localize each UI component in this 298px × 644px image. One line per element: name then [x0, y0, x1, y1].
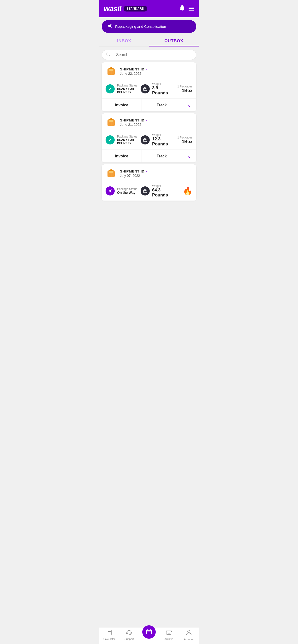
fire-icon: 🔥: [183, 187, 192, 195]
status-icon-2: ✓: [106, 135, 115, 144]
banner-text: Repackaging and Consolidation: [115, 24, 166, 28]
tab-outbox[interactable]: OUTBOX: [149, 36, 199, 46]
shipment-card-2: SHIPMENT ID - June 21, 2022 ✓ Package St…: [102, 113, 196, 162]
banner: Repackaging and Consolidation: [102, 20, 196, 33]
status-icon-3: [106, 186, 115, 196]
invoice-button-1[interactable]: Invoice: [102, 99, 142, 112]
nav-account[interactable]: Account: [182, 630, 196, 641]
svg-point-27: [109, 633, 109, 633]
svg-point-34: [129, 634, 129, 635]
app-logo: wasil: [104, 4, 121, 13]
track-button-2[interactable]: Track: [142, 150, 182, 162]
fire-icon-wrap: 🔥: [176, 186, 192, 196]
calculator-icon: [106, 630, 112, 637]
svg-point-28: [110, 633, 111, 633]
svg-point-42: [188, 630, 190, 632]
nav-support[interactable]: Support: [122, 630, 136, 640]
shipment-card-3: SHIPMENT ID - July 07, 2022 Package Stat…: [102, 164, 196, 201]
card-header-3: SHIPMENT ID - July 07, 2022: [102, 164, 196, 181]
invoice-button-2[interactable]: Invoice: [102, 150, 142, 162]
shipment-id-label-1: SHIPMENT ID -: [120, 67, 147, 71]
bell-icon[interactable]: [179, 4, 185, 13]
svg-rect-20: [109, 171, 113, 173]
tab-inbox[interactable]: INBOX: [99, 36, 149, 46]
svg-point-16: [145, 139, 145, 139]
box-icon: [146, 628, 152, 636]
shipment-id-label-2: SHIPMENT ID -: [120, 118, 147, 122]
card-info-2: SHIPMENT ID - June 21, 2022: [120, 118, 147, 126]
shipment-date-2: June 21, 2022: [120, 123, 147, 126]
nav-archive[interactable]: Archive: [162, 630, 176, 640]
tabs-container: INBOX OUTBOX: [99, 36, 199, 46]
plan-badge: STANDARD: [123, 6, 147, 12]
menu-icon[interactable]: [189, 7, 194, 10]
weight-icon-1: [140, 84, 150, 94]
nav-home[interactable]: [142, 630, 156, 640]
packages-1: 1 Packages 1Box: [176, 85, 192, 93]
svg-point-29: [108, 634, 108, 634]
person-icon: [186, 630, 192, 637]
svg-point-31: [110, 634, 111, 634]
nav-calculator-label: Calculator: [103, 638, 115, 640]
card-details-3: Package Status On the Way Weight 64.3 Po…: [102, 181, 196, 201]
svg-point-9: [145, 88, 145, 88]
track-button-1[interactable]: Track: [142, 99, 182, 112]
card-info-1: SHIPMENT ID - June 22, 2022: [120, 67, 147, 76]
nav-archive-label: Archive: [164, 638, 173, 640]
package-icon-1: [106, 66, 117, 77]
card-actions-2: Invoice Track ⌄: [102, 150, 196, 162]
search-input[interactable]: [116, 53, 192, 57]
card-header-1: SHIPMENT ID - June 22, 2022: [102, 62, 196, 79]
status-icon-1: ✓: [106, 84, 115, 94]
card-header-2: SHIPMENT ID - June 21, 2022: [102, 113, 196, 130]
svg-line-2: [109, 55, 110, 56]
weight-icon-3: [140, 186, 150, 196]
svg-marker-36: [146, 629, 152, 630]
weight-text-2: Weight 12.3 Pounds: [152, 133, 173, 146]
weight-text-1: Weight 3.9 Pounds: [152, 82, 173, 96]
svg-rect-13: [109, 120, 113, 122]
shipment-card-1: SHIPMENT ID - June 22, 2022 ✓ Package St…: [102, 62, 196, 112]
search-icon: [106, 52, 110, 57]
svg-point-0: [182, 10, 183, 11]
card-info-3: SHIPMENT ID - July 07, 2022: [120, 169, 147, 178]
nav-calculator[interactable]: Calculator: [102, 630, 116, 640]
status-text-3: Package Status On the Way: [117, 187, 138, 194]
card-details-1: ✓ Package Status READY FOR DELIVERY Weig…: [102, 79, 196, 99]
weight-text-3: Weight 64.3 Pounds: [152, 184, 173, 198]
svg-marker-4: [107, 67, 115, 69]
status-text-2: Package Status READY FOR DELIVERY: [117, 135, 138, 145]
weight-icon-2: [140, 135, 150, 144]
svg-point-23: [145, 190, 145, 190]
svg-marker-18: [107, 169, 115, 171]
svg-marker-11: [107, 118, 115, 120]
search-divider: [113, 53, 113, 57]
status-text-1: Package Status READY FOR DELIVERY: [117, 84, 138, 94]
shipment-date-3: July 07, 2022: [120, 174, 147, 178]
nav-account-label: Account: [184, 638, 194, 641]
expand-button-2[interactable]: ⌄: [182, 150, 196, 162]
package-icon-2: [106, 117, 117, 128]
search-bar: [102, 50, 196, 60]
header-right: [179, 4, 194, 13]
expand-button-1[interactable]: ⌄: [182, 99, 196, 112]
package-icon-3: [106, 168, 117, 179]
bottom-nav: Calculator Support: [99, 627, 199, 644]
svg-rect-25: [108, 631, 111, 632]
app-header: wasil STANDARD: [99, 0, 199, 17]
headset-icon: [126, 630, 132, 637]
plane-icon: [106, 24, 112, 30]
shipment-date-1: June 22, 2022: [120, 72, 147, 76]
svg-rect-6: [109, 69, 113, 71]
home-icon-wrap: [142, 625, 156, 639]
shipment-id-label-3: SHIPMENT ID -: [120, 169, 147, 173]
archive-icon: [166, 630, 172, 637]
nav-support-label: Support: [124, 638, 134, 640]
svg-point-26: [108, 633, 108, 633]
card-details-2: ✓ Package Status READY FOR DELIVERY Weig…: [102, 130, 196, 150]
packages-2: 1 Packages 1Box: [176, 136, 192, 144]
svg-point-30: [109, 634, 109, 634]
card-actions-1: Invoice Track ⌄: [102, 99, 196, 112]
header-left: wasil STANDARD: [104, 4, 147, 13]
